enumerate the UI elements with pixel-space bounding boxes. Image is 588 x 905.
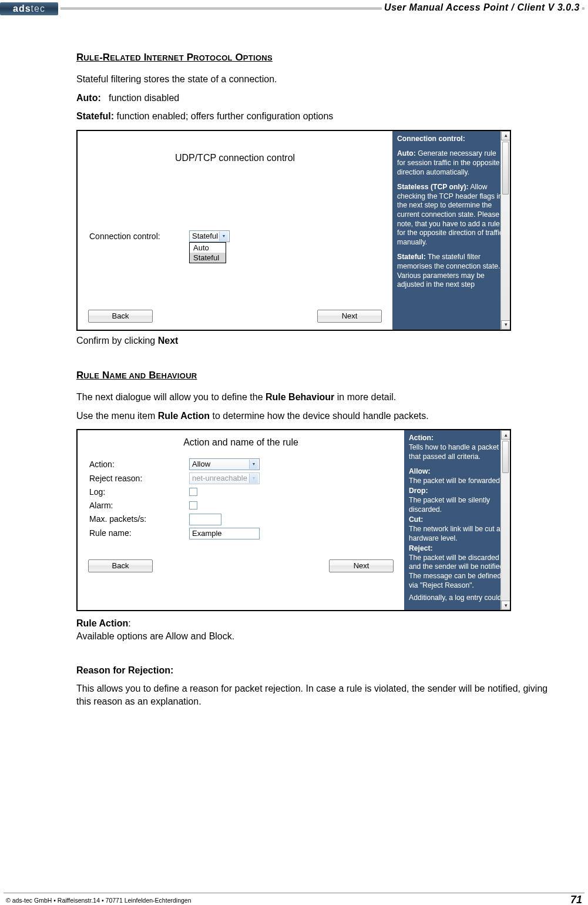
help-block: Drop: The packet will be silently discar… [409,487,506,514]
help-block: Connection control: [397,135,506,144]
paragraph: Reason for Rejection: [76,664,565,677]
form-area: Action: Allow ▾ Reject reason: net-unrea… [78,449,404,549]
scroll-up-icon[interactable]: ▴ [501,131,510,140]
term-rule-behaviour: Rule Behaviour [266,392,334,402]
term-rule-action: Rule Action [76,618,128,628]
select-value: net-unreachable [192,473,247,484]
paragraph: This allows you to define a reason for p… [76,682,564,708]
brand-logo: adstec [0,2,58,15]
label-action: Action: [89,459,189,470]
label-max-packets: Max. packets/s: [89,514,189,525]
checkbox-log[interactable] [189,488,197,496]
help-heading: Auto: [397,149,416,157]
select-open-list[interactable]: Auto Stateful [189,242,226,263]
row-alarm: Alarm: [89,500,394,511]
label-connection-control: Connection control: [89,231,189,242]
scrollbar[interactable]: ▴ ▾ [500,131,510,330]
scroll-up-icon[interactable]: ▴ [501,430,510,440]
help-heading: Connection control: [397,135,465,143]
help-panel: Action: Tells how to handle a packet tha… [404,430,510,610]
help-text: The packet will be discarded and the sen… [409,554,506,590]
help-block: Action: Tells how to handle a packet tha… [409,434,506,461]
label-log: Log: [89,487,189,498]
paragraph: Stateful: function enabled; offers furth… [76,110,565,123]
logo-part-tec: tec [31,4,45,14]
next-button[interactable]: Next [317,310,382,323]
heading-protocol-options: RULE-RELATED INTERNET PROTOCOL OPTIONS [76,51,273,65]
select-connection-control[interactable]: Stateful ▾ [189,230,230,242]
term-rule-action: Rule Action [158,411,210,421]
help-block: Reject: The packet will be discarded and… [409,544,506,590]
content: RULE-RELATED INTERNET PROTOCOL OPTIONS S… [76,51,565,708]
label-rule-name: Rule name: [89,528,189,539]
help-heading: Stateless (TCP only): [397,183,469,191]
next-button[interactable]: Next [329,559,394,572]
paragraph: Auto: function disabled [76,92,565,105]
help-heading: Reject: [409,544,506,554]
help-text: The packet will be silently discarded. [409,496,506,514]
input-max-packets[interactable] [189,514,221,525]
scroll-thumb[interactable] [502,142,509,195]
help-text: Allow checking the TCP header flags in t… [397,183,503,246]
confirm-next: Next [158,336,179,346]
footer-rule-line [4,893,584,893]
paragraph: Confirm by clicking Next [76,334,565,347]
label-alarm: Alarm: [89,500,189,511]
chevron-down-icon: ▾ [249,474,258,483]
help-text: The packet will be forwarded. [409,477,506,486]
scroll-down-icon[interactable]: ▾ [501,601,510,610]
help-block: Allow: The packet will be forwarded. [409,467,506,485]
select-action[interactable]: Allow ▾ [189,458,260,470]
scrollbar[interactable]: ▴ ▾ [500,430,510,610]
row-log: Log: [89,487,394,498]
row-action: Action: Allow ▾ [89,458,394,470]
scroll-down-icon[interactable]: ▾ [501,320,510,330]
paragraph: Stateful filtering stores the state of a… [76,73,565,86]
row-rule-name: Rule name: Example [89,528,394,539]
page: adstec User Manual Access Point / Client… [0,2,588,905]
row-reject-reason: Reject reason: net-unreachable ▾ [89,472,394,484]
help-text: Tells how to handle a packet that passed… [409,443,506,461]
button-row: Back Next [78,304,392,330]
help-block: Auto: Generate necessary rule for sessio… [397,149,506,177]
screenshot-main-panel: UDP/TCP connection control Connection co… [78,131,392,330]
confirm-pre: Confirm by clicking [76,336,158,346]
select-value: Stateful [192,231,218,242]
paragraph: The next dialogue will allow you to defi… [76,391,565,404]
screenshot-action-name: Action and name of the rule Action: Allo… [76,429,511,611]
help-panel: Connection control: Auto: Generate neces… [392,131,510,330]
term-stateful-desc: function enabled; offers further configu… [116,111,333,121]
select-reject-reason: net-unreachable ▾ [189,472,260,484]
heading-reason-rejection: Reason for Rejection: [76,665,173,675]
select-value: Allow [192,459,210,470]
back-button[interactable]: Back [88,559,153,572]
help-heading: Action: [409,434,506,443]
help-heading: Allow: [409,467,506,477]
dialog-title: UDP/TCP connection control [78,131,392,165]
paragraph: Use the menu item Rule Action to determi… [76,410,565,423]
option-stateful[interactable]: Stateful [190,253,226,263]
document-title: User Manual Access Point / Client V 3.0.… [382,2,582,13]
footer-copyright: © ads-tec GmbH • Raiffeisenstr.14 • 7077… [6,897,191,904]
term-auto-desc: function disabled [109,93,179,103]
row-max-packets: Max. packets/s: [89,514,394,525]
label-reject-reason: Reject reason: [89,473,189,484]
help-heading: Cut: [409,515,506,525]
checkbox-alarm[interactable] [189,501,197,510]
logo-part-ads: ads [13,4,31,14]
heading-rule-name-behaviour: RULE NAME AND BEHAVIOUR [76,369,197,383]
option-auto[interactable]: Auto [190,243,226,253]
help-block: Stateless (TCP only): Allow checking the… [397,183,506,247]
form-area: Connection control: Stateful ▾ Auto Stat… [78,164,392,303]
input-rule-name[interactable]: Example [189,528,260,539]
scroll-thumb[interactable] [502,441,509,473]
help-heading: Drop: [409,487,506,496]
rule-action-desc: Available options are Allow and Block. [76,631,234,641]
button-row: Back Next [78,549,404,579]
paragraph: Rule Action: Available options are Allow… [76,617,565,642]
back-button[interactable]: Back [88,310,153,323]
screenshot-connection-control: UDP/TCP connection control Connection co… [76,130,511,331]
chevron-down-icon: ▾ [219,232,228,241]
dialog-title: Action and name of the rule [78,430,404,449]
term-stateful: Stateful: [76,111,114,121]
